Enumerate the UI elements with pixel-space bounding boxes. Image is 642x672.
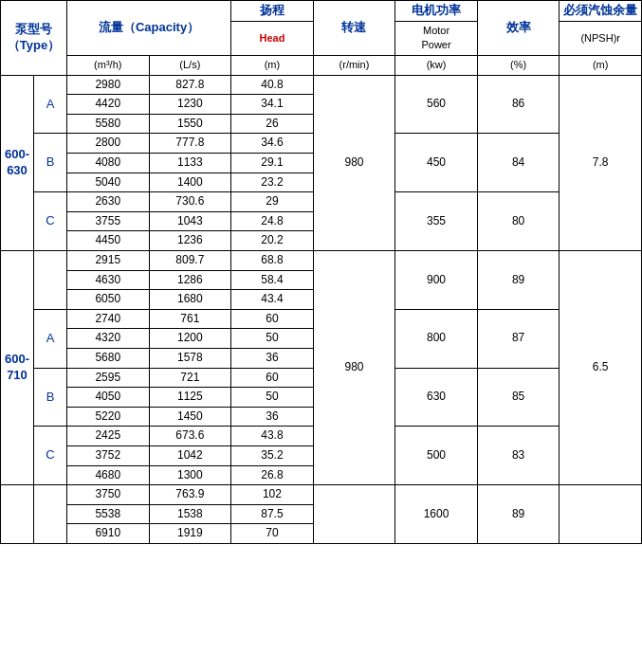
head-cell: 60 — [231, 309, 314, 329]
npsh-cell: 7.8 — [559, 75, 642, 250]
flow1-cell: 5680 — [67, 348, 150, 368]
power-cell: 800 — [395, 309, 478, 368]
flow1-cell: 2595 — [67, 368, 150, 388]
flow2-cell: 1300 — [149, 465, 231, 485]
flow1-cell: 2915 — [67, 251, 150, 271]
header-power-en: Motor Power — [395, 21, 478, 55]
head-cell: 43.4 — [231, 290, 314, 310]
flow1-cell: 3750 — [67, 485, 150, 505]
head-cell: 26 — [231, 114, 314, 134]
flow2-cell: 1230 — [149, 95, 231, 115]
head-cell: 102 — [231, 485, 314, 505]
header-power-unit: (kw) — [395, 56, 478, 76]
flow2-cell: 1286 — [149, 270, 231, 290]
head-cell: 58.4 — [231, 270, 314, 290]
flow2-cell: 809.7 — [149, 251, 231, 271]
flow1-cell: 3755 — [67, 211, 150, 231]
flow1-cell: 5040 — [67, 173, 150, 192]
power-cell: 630 — [395, 368, 478, 427]
flow2-cell: 730.6 — [149, 192, 231, 212]
npsh-cell — [559, 485, 642, 544]
head-cell: 68.8 — [231, 251, 314, 271]
flow1-cell: 3752 — [67, 445, 150, 465]
type-cell: 600-630 — [1, 75, 34, 250]
head-cell: 50 — [231, 388, 314, 408]
head-cell: 24.8 — [231, 211, 314, 231]
sub-cell: A — [34, 75, 67, 134]
flow2-cell: 1538 — [149, 504, 231, 524]
flow1-cell: 2800 — [67, 134, 150, 154]
eff-cell: 84 — [477, 134, 559, 192]
flow1-cell: 6910 — [67, 524, 150, 544]
head-cell: 87.5 — [231, 504, 314, 524]
head-cell: 29 — [231, 192, 314, 212]
flow1-cell: 4050 — [67, 388, 150, 408]
flow2-cell: 1578 — [149, 348, 231, 368]
flow2-cell: 1680 — [149, 290, 231, 310]
sub-cell — [34, 251, 67, 310]
flow1-cell: 4320 — [67, 329, 150, 349]
header-npsh-unit: (m) — [559, 56, 642, 76]
flow2-cell: 1133 — [149, 154, 231, 173]
flow2-cell: 763.9 — [149, 485, 231, 505]
flow2-cell: 777.8 — [149, 134, 231, 154]
head-cell: 34.1 — [231, 95, 314, 115]
flow2-cell: 1550 — [149, 114, 231, 134]
flow1-cell: 2980 — [67, 75, 150, 95]
head-cell: 70 — [231, 524, 314, 544]
main-table-container: 泵型号（Type） 流量（Capacity） 扬程 转速 电机功率 效率 必须汽… — [0, 0, 642, 544]
sub-cell: A — [34, 309, 67, 368]
header-speed-cn: 转速 — [313, 1, 395, 56]
power-cell: 560 — [395, 75, 478, 134]
flow1-cell: 4080 — [67, 154, 150, 173]
flow1-cell: 2630 — [67, 192, 150, 212]
speed-cell: 980 — [313, 251, 395, 485]
flow2-cell: 1043 — [149, 211, 231, 231]
header-npsh-cn: 必须汽蚀余量 — [559, 1, 642, 22]
speed-cell: 980 — [313, 75, 395, 250]
header-head-en: Head — [231, 21, 314, 55]
sub-cell — [34, 485, 67, 544]
flow2-cell: 673.6 — [149, 427, 231, 446]
head-cell: 23.2 — [231, 173, 314, 192]
sub-cell: C — [34, 427, 67, 485]
flow1-cell: 5538 — [67, 504, 150, 524]
eff-cell: 80 — [477, 192, 559, 251]
header-flow-unit2: (L/s) — [149, 56, 231, 76]
head-cell: 20.2 — [231, 231, 314, 251]
flow2-cell: 1919 — [149, 524, 231, 544]
header-eff-cn: 效率 — [477, 1, 559, 56]
head-cell: 40.8 — [231, 75, 314, 95]
flow2-cell: 721 — [149, 368, 231, 388]
eff-cell: 83 — [477, 427, 559, 485]
head-cell: 36 — [231, 348, 314, 368]
head-cell: 29.1 — [231, 154, 314, 173]
header-head-unit: (m) — [231, 56, 314, 76]
speed-cell — [313, 485, 395, 544]
flow1-cell: 5220 — [67, 407, 150, 427]
eff-cell: 89 — [477, 485, 559, 544]
header-head-cn: 扬程 — [231, 1, 314, 22]
power-cell: 450 — [395, 134, 478, 192]
power-cell: 355 — [395, 192, 478, 251]
eff-cell: 86 — [477, 75, 559, 134]
head-cell: 60 — [231, 368, 314, 388]
flow2-cell: 1200 — [149, 329, 231, 349]
head-cell: 43.8 — [231, 427, 314, 446]
header-flow: 流量（Capacity） — [67, 1, 231, 56]
flow1-cell: 6050 — [67, 290, 150, 310]
power-cell: 900 — [395, 251, 478, 310]
flow1-cell: 5580 — [67, 114, 150, 134]
type-cell — [1, 485, 34, 544]
head-cell: 35.2 — [231, 445, 314, 465]
eff-cell: 89 — [477, 251, 559, 310]
header-npsh-en: (NPSH)r — [559, 21, 642, 55]
flow2-cell: 1400 — [149, 173, 231, 192]
sub-cell: B — [34, 368, 67, 427]
sub-cell: B — [34, 134, 67, 192]
head-cell: 26.8 — [231, 465, 314, 485]
head-cell: 36 — [231, 407, 314, 427]
flow1-cell: 4420 — [67, 95, 150, 115]
power-cell: 500 — [395, 427, 478, 485]
flow1-cell: 4450 — [67, 231, 150, 251]
